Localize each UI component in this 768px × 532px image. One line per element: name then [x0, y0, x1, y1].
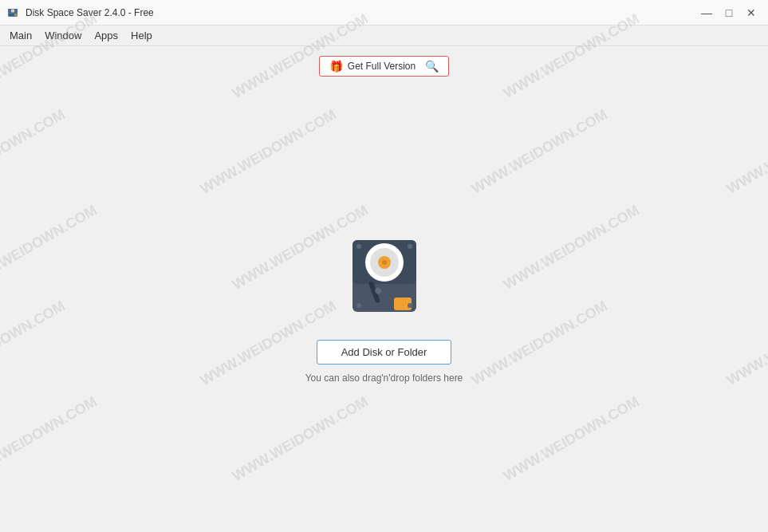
menu-apps[interactable]: Apps [88, 27, 124, 44]
svg-point-15 [356, 244, 361, 249]
menu-window[interactable]: Window [38, 27, 88, 44]
title-bar-controls: — □ ✕ [696, 5, 762, 21]
svg-point-11 [382, 260, 387, 265]
svg-point-18 [408, 303, 412, 308]
svg-point-3 [12, 10, 14, 11]
menu-help[interactable]: Help [124, 27, 159, 44]
maximize-button[interactable]: □ [719, 5, 739, 21]
menu-bar: Main Window Apps Help [0, 26, 768, 46]
search-icon[interactable]: 🔍 [425, 60, 439, 73]
main-content: Add Disk or Folder You can also drag'n'd… [0, 83, 768, 532]
svg-point-17 [356, 303, 361, 308]
drag-drop-hint: You can also drag'n'drop folders here [305, 372, 463, 384]
title-bar: Disk Space Saver 2.4.0 - Free — □ ✕ [0, 0, 768, 26]
minimize-button[interactable]: — [696, 5, 717, 21]
add-disk-button[interactable]: Add Disk or Folder [317, 340, 452, 365]
close-button[interactable]: ✕ [741, 5, 762, 21]
window-title: Disk Space Saver 2.4.0 - Free [26, 7, 154, 18]
svg-rect-5 [14, 14, 17, 16]
title-bar-left: Disk Space Saver 2.4.0 - Free [6, 6, 154, 19]
get-full-version-label: Get Full Version [348, 61, 416, 72]
get-full-version-button[interactable]: 🎁 Get Full Version 🔍 [319, 56, 449, 77]
gift-icon: 🎁 [329, 60, 343, 73]
hdd-icon [345, 232, 424, 322]
svg-rect-4 [9, 14, 14, 16]
menu-main[interactable]: Main [3, 27, 38, 44]
toolbar: 🎁 Get Full Version 🔍 [0, 46, 768, 83]
svg-point-16 [408, 244, 412, 249]
app-icon [6, 6, 19, 19]
hdd-svg [345, 232, 424, 320]
